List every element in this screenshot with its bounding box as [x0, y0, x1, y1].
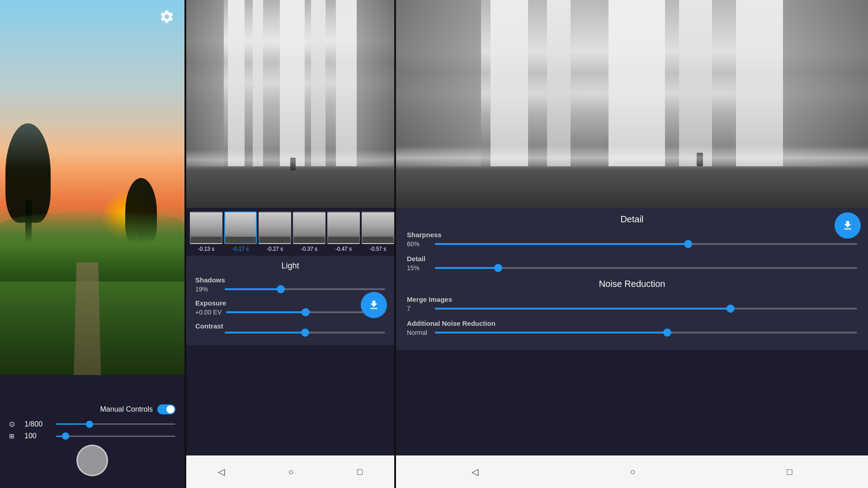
additional-noise-label: Additional Noise Reduction: [407, 319, 857, 327]
detail-section-title: Detail: [407, 214, 857, 225]
detail-controls: Detail Sharpness 60% Detail 15%: [396, 208, 868, 350]
back-nav-detail[interactable]: ◁: [461, 463, 489, 481]
film-thumb-3[interactable]: [293, 211, 326, 244]
detail-fill: [435, 267, 498, 269]
manual-controls-label: Manual Controls: [100, 405, 153, 413]
exposure-thumb[interactable]: [302, 308, 310, 316]
settings-icon[interactable]: [159, 9, 175, 25]
iso-slider-thumb[interactable]: [62, 432, 69, 440]
iso-slider-track[interactable]: [56, 436, 175, 437]
film-item-4[interactable]: -0.47 s: [327, 211, 360, 252]
detail-val-row: 15%: [407, 264, 857, 272]
nav-bar-light: ◁ ○ □: [186, 455, 394, 488]
manual-controls-toggle[interactable]: [157, 404, 175, 414]
exposure-control: Exposure +0.00 EV: [195, 299, 385, 316]
film-item-1[interactable]: -0.17 s: [224, 211, 257, 252]
rock-ground: [186, 166, 394, 208]
exposure-value-row: +0.00 EV: [195, 309, 385, 316]
recents-nav-light[interactable]: □: [346, 463, 373, 481]
merge-images-val-row: 7: [407, 305, 857, 312]
merge-images-fill: [435, 308, 731, 310]
detail-panel: Detail Sharpness 60% Detail 15%: [396, 0, 868, 488]
waterfall-image-detail: [396, 0, 868, 208]
additional-noise-track[interactable]: [435, 332, 857, 333]
film-label-2: -0.27 s: [259, 246, 291, 252]
detail-thumb[interactable]: [494, 264, 502, 272]
iso-value: 100: [24, 432, 52, 440]
sharpness-value: 60%: [407, 240, 429, 248]
sharpness-row: Sharpness 60%: [407, 231, 857, 248]
nav-bar-detail: ◁ ○ □: [396, 455, 868, 488]
film-thumb-1[interactable]: [224, 211, 257, 244]
shadows-value-row: 19%: [195, 286, 385, 293]
additional-noise-thumb[interactable]: [663, 328, 671, 337]
toggle-thumb: [166, 405, 175, 413]
filmstrip: -0.13 s -0.17 s -0.27 s -0.37 s -0.47 s: [186, 208, 394, 256]
camera-panel: Manual Controls ⊙ 1/800 ⊞ 1: [0, 0, 184, 488]
detail-label: Detail: [407, 255, 857, 263]
shadows-fill: [225, 288, 281, 290]
detail-value: 15%: [407, 264, 429, 272]
contrast-control: Contrast: [195, 322, 385, 333]
ground-path: [74, 263, 101, 375]
sharpness-label: Sharpness: [407, 231, 857, 239]
home-nav-detail[interactable]: ○: [619, 463, 646, 481]
shadows-thumb[interactable]: [277, 285, 285, 293]
exposure-track[interactable]: [226, 311, 385, 313]
waterfall-image-light: [186, 0, 394, 208]
iso-icon: ⊞: [9, 432, 20, 440]
sharpness-track[interactable]: [435, 243, 857, 245]
film-thumb-4[interactable]: [327, 211, 360, 244]
film-item-5[interactable]: -0.57 s: [362, 211, 394, 252]
detail-track[interactable]: [435, 267, 857, 269]
contrast-track[interactable]: [225, 332, 385, 333]
film-item-0[interactable]: -0.13 s: [190, 211, 222, 252]
download-button-light[interactable]: [361, 292, 387, 318]
sharpness-val-row: 60%: [407, 240, 857, 248]
merge-images-value: 7: [407, 305, 429, 312]
contrast-thumb[interactable]: [301, 328, 309, 337]
shadows-track[interactable]: [225, 288, 385, 290]
detail-slider-row: Detail 15%: [407, 255, 857, 272]
light-controls: Light Shadows 19% Exposure +0.00 EV: [186, 256, 394, 345]
shadows-control: Shadows 19%: [195, 276, 385, 293]
back-nav-light[interactable]: ◁: [207, 463, 236, 481]
film-item-3[interactable]: -0.37 s: [293, 211, 326, 252]
light-panel: -0.13 s -0.17 s -0.27 s -0.37 s -0.47 s: [186, 0, 394, 488]
merge-images-thumb[interactable]: [726, 305, 735, 313]
recents-nav-detail[interactable]: □: [776, 463, 803, 481]
merge-images-track[interactable]: [435, 308, 857, 310]
exposure-label: Exposure: [195, 299, 385, 307]
sharpness-thumb[interactable]: [684, 240, 692, 248]
film-item-2[interactable]: -0.27 s: [259, 211, 291, 252]
film-label-0: -0.13 s: [190, 246, 222, 252]
download-button-detail[interactable]: [835, 212, 861, 239]
exposure-fill: [226, 311, 306, 313]
light-section-title: Light: [195, 261, 385, 271]
waterfall-bg: [186, 0, 394, 208]
shutter-row: ⊙ 1/800: [9, 420, 175, 428]
home-nav-light[interactable]: ○: [277, 463, 304, 481]
contrast-label: Contrast: [195, 322, 385, 330]
film-thumb-5[interactable]: [362, 211, 394, 244]
shutter-slider-track[interactable]: [56, 423, 175, 425]
capture-button[interactable]: [76, 445, 108, 476]
iso-row: ⊞ 100: [9, 432, 175, 440]
additional-noise-value: Normal: [407, 329, 429, 336]
camera-viewfinder: [0, 0, 184, 375]
contrast-value-row: [195, 332, 385, 333]
contrast-fill: [225, 332, 305, 333]
shutter-slider-thumb[interactable]: [86, 421, 93, 428]
shadows-value: 19%: [195, 286, 220, 293]
exposure-value: +0.00 EV: [195, 309, 222, 316]
additional-noise-val-row: Normal: [407, 329, 857, 336]
film-thumb-0[interactable]: [190, 211, 222, 244]
film-label-1: -0.17 s: [224, 246, 257, 252]
film-label-4: -0.47 s: [327, 246, 360, 252]
noise-section-title: Noise Reduction: [407, 279, 857, 289]
shadows-label: Shadows: [195, 276, 385, 284]
film-thumb-2[interactable]: [259, 211, 291, 244]
merge-images-label: Merge Images: [407, 296, 857, 303]
additional-noise-row: Additional Noise Reduction Normal: [407, 319, 857, 336]
shutter-icon: ⊙: [9, 420, 20, 428]
